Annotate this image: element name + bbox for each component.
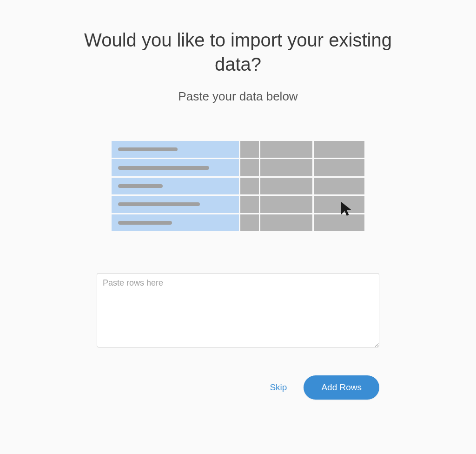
- data-cell: [240, 178, 259, 194]
- placeholder-bar: [118, 147, 178, 151]
- data-cell: [260, 214, 312, 231]
- data-cell: [260, 178, 312, 194]
- skip-button[interactable]: Skip: [270, 382, 287, 393]
- table-row: [112, 196, 364, 213]
- data-cell: [240, 159, 259, 176]
- data-cell: [314, 178, 364, 194]
- name-cell: [112, 214, 239, 231]
- data-cell: [260, 159, 312, 176]
- add-rows-button[interactable]: Add Rows: [304, 375, 379, 400]
- name-cell: [112, 178, 239, 194]
- name-cell: [112, 141, 239, 158]
- page-title: Would you like to import your existing d…: [75, 28, 401, 76]
- button-row: Skip Add Rows: [97, 375, 379, 400]
- data-cell: [240, 196, 259, 213]
- placeholder-bar: [118, 184, 163, 188]
- table-row: [112, 159, 364, 176]
- spreadsheet-illustration: [112, 141, 364, 231]
- placeholder-bar: [118, 202, 200, 206]
- name-cell: [112, 159, 239, 176]
- paste-input[interactable]: [97, 273, 379, 347]
- table-row: [112, 214, 364, 231]
- data-cell: [260, 141, 312, 158]
- name-cell: [112, 196, 239, 213]
- table-row: [112, 141, 364, 158]
- cursor-icon: [338, 200, 355, 217]
- import-dialog: Would you like to import your existing d…: [75, 28, 401, 400]
- table-row: [112, 178, 364, 194]
- data-cell: [240, 141, 259, 158]
- data-cell: [314, 159, 364, 176]
- data-cell: [314, 141, 364, 158]
- page-subtitle: Paste your data below: [178, 89, 298, 104]
- placeholder-bar: [118, 221, 172, 225]
- placeholder-bar: [118, 166, 209, 170]
- data-cell: [240, 214, 259, 231]
- data-cell: [260, 196, 312, 213]
